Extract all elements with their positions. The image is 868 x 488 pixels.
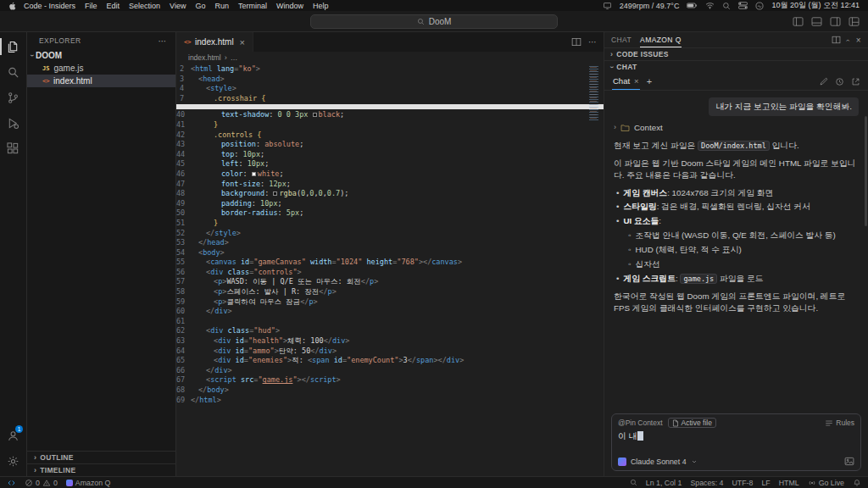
code-line[interactable]: 66</div>: [176, 366, 604, 376]
breadcrumb-symbol[interactable]: …: [231, 53, 238, 62]
spotlight-search-icon[interactable]: [722, 2, 731, 10]
control-center-icon[interactable]: [738, 2, 748, 9]
chat-section[interactable]: › CHAT: [604, 60, 868, 73]
apple-menu-icon[interactable]: [8, 2, 16, 10]
menubar-clock[interactable]: 10월 20일 (월) 오전 12:41: [771, 0, 860, 11]
close-panel-icon[interactable]: ×: [856, 36, 861, 45]
code-line[interactable]: 51}: [176, 219, 604, 229]
code-line[interactable]: 61: [176, 317, 604, 327]
code-line[interactable]: 59<p>클릭하여 마우스 잠금</p>: [176, 297, 604, 308]
code-line[interactable]: 44top: 10px;: [176, 150, 604, 160]
extensions-activity-icon[interactable]: [0, 136, 26, 161]
model-selector[interactable]: Claude Sonnet 4: [631, 458, 687, 466]
menu-item[interactable]: Terminal: [238, 2, 267, 10]
code-line[interactable]: 65<div id="enemies">적: <span id="enemyCo…: [176, 356, 604, 366]
maximize-panel-icon[interactable]: ›: [845, 38, 853, 41]
edit-chat-icon[interactable]: [819, 77, 828, 86]
encoding[interactable]: UTF-8: [732, 479, 754, 487]
tab-index-html[interactable]: <> index.html ×: [176, 32, 253, 52]
menu-item[interactable]: Edit: [107, 2, 120, 10]
split-editor-icon[interactable]: [571, 37, 581, 47]
battery-icon[interactable]: [687, 2, 698, 9]
panel-tab-amazon-q[interactable]: AMAZON Q: [640, 32, 682, 47]
remote-indicator-icon[interactable]: [7, 479, 16, 487]
code-issues-section[interactable]: › CODE ISSUES: [604, 47, 868, 60]
rules-button[interactable]: Rules: [825, 419, 854, 427]
command-center-search[interactable]: DooM: [310, 14, 558, 29]
attach-image-icon[interactable]: [844, 457, 854, 466]
code-line[interactable]: 60</div>: [176, 307, 604, 317]
menu-item[interactable]: Help: [313, 2, 329, 10]
explorer-activity-icon[interactable]: [0, 34, 26, 59]
display-icon[interactable]: [603, 2, 612, 10]
toggle-secondary-sidebar-icon[interactable]: [830, 17, 841, 26]
code-line[interactable]: 69</html>: [176, 396, 604, 406]
code-line[interactable]: 63<div id="health">체력: 100</div>: [176, 336, 604, 347]
file-game-js[interactable]: JS game.js: [27, 62, 175, 75]
settings-gear-icon[interactable]: [0, 448, 26, 474]
wifi-icon[interactable]: [705, 2, 715, 9]
active-file-chip[interactable]: Active file: [668, 418, 716, 428]
pin-context-label[interactable]: @Pin Context: [618, 419, 663, 427]
code-line[interactable]: 57<p>WASD: 이동 | Q/E 또는 마우스: 회전</p>: [176, 277, 604, 287]
timeline-section[interactable]: › TIMELINE: [27, 463, 175, 476]
eol-sequence[interactable]: LF: [761, 479, 770, 487]
code-line[interactable]: 68</body>: [176, 385, 604, 396]
panel-tab-chat[interactable]: CHAT: [611, 36, 632, 44]
siri-icon[interactable]: [755, 2, 764, 10]
code-line[interactable]: 54<body>: [176, 248, 604, 258]
toggle-primary-sidebar-icon[interactable]: [793, 17, 804, 26]
account-icon[interactable]: 1: [0, 423, 26, 448]
code-line[interactable]: 3<head>: [176, 75, 604, 85]
amazon-q-status[interactable]: Amazon Q: [66, 479, 111, 487]
code-line[interactable]: 50border-radius: 5px;: [176, 208, 604, 219]
code-line[interactable]: 53</head>: [176, 238, 604, 248]
code-line[interactable]: 48background: rgba(0,0,0,0.7);: [176, 189, 604, 199]
code-line[interactable]: 45left: 10px;: [176, 159, 604, 169]
code-line[interactable]: 2<html lang="ko">: [176, 64, 604, 75]
code-line[interactable]: 64<div id="ammo">탄약: 50</div>: [176, 347, 604, 357]
editor-more-icon[interactable]: ⋯: [588, 37, 597, 47]
code-line[interactable]: 46color: white;: [176, 169, 604, 180]
code-line[interactable]: 43position: absolute;: [176, 140, 604, 150]
menu-item[interactable]: Go: [195, 2, 205, 10]
cursor-position[interactable]: Ln 1, Col 1: [646, 479, 682, 487]
breadcrumb[interactable]: index.html › …: [176, 52, 604, 64]
chat-scrollbar[interactable]: [865, 116, 867, 226]
panel-split-icon[interactable]: [832, 36, 841, 44]
code-line[interactable]: 58<p>스페이스: 발사 | R: 장전</p>: [176, 287, 604, 297]
go-live-button[interactable]: Go Live: [808, 479, 844, 487]
minimap[interactable]: [589, 66, 600, 120]
chat-tab[interactable]: Chat ×: [612, 73, 640, 90]
menu-item[interactable]: Run: [214, 2, 229, 10]
chat-input[interactable]: 이 내: [618, 431, 854, 457]
run-debug-activity-icon[interactable]: [0, 110, 26, 136]
code-line[interactable]: 47font-size: 12px;: [176, 180, 604, 190]
source-control-activity-icon[interactable]: [0, 85, 26, 110]
code-line[interactable]: 42.controls {: [176, 130, 604, 141]
new-chat-tab-button[interactable]: +: [647, 76, 652, 86]
fan-temp-stats[interactable]: 2499rpm / 49.7°C: [620, 2, 680, 10]
menu-item[interactable]: Window: [276, 2, 303, 10]
history-icon[interactable]: [835, 77, 844, 86]
search-activity-icon[interactable]: [0, 59, 26, 85]
code-line[interactable]: 55<canvas id="gameCanvas" width="1024" h…: [176, 258, 604, 268]
code-line[interactable]: 4<style>: [176, 84, 604, 94]
context-row[interactable]: › Context: [614, 122, 859, 134]
zoom-icon[interactable]: [630, 479, 637, 486]
code-line[interactable]: 49padding: 10px;: [176, 199, 604, 209]
outline-section[interactable]: › OUTLINE: [27, 451, 175, 463]
folder-doom[interactable]: › DOOM: [27, 49, 175, 62]
code-line[interactable]: 41}: [176, 120, 604, 130]
code-line[interactable]: 62<div class="hud">: [176, 326, 604, 336]
chat-messages[interactable]: 내가 지금 보고있는 파일을 확인해봐. › Context 현재 보고 계신 …: [604, 91, 868, 408]
toggle-panel-icon[interactable]: [811, 17, 822, 26]
file-index-html[interactable]: <> index.html: [27, 75, 175, 87]
menu-item[interactable]: View: [170, 2, 186, 10]
menu-item[interactable]: Code - Insiders: [24, 2, 75, 10]
language-mode[interactable]: HTML: [779, 479, 799, 487]
code-line[interactable]: 67<script src="game.js"></script>: [176, 375, 604, 385]
chat-tab-close-icon[interactable]: ×: [634, 76, 639, 86]
indentation[interactable]: Spaces: 4: [690, 479, 723, 487]
code-line[interactable]: 52</style>: [176, 229, 604, 239]
